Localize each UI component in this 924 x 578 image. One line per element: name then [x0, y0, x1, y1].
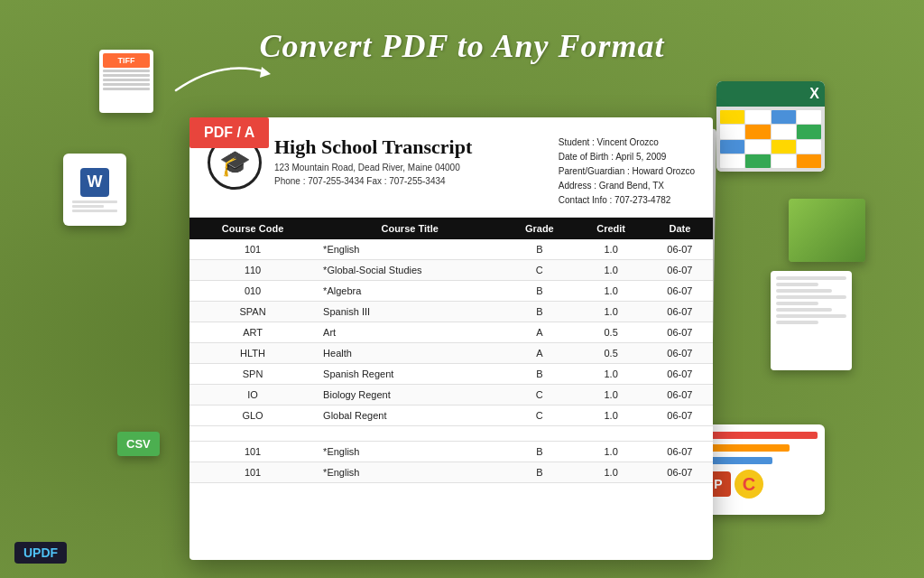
- pdf-a-badge: PDF / A: [189, 117, 269, 148]
- table-row: 101*EnglishB1.006-07: [189, 462, 713, 483]
- table-row: 110*Global-Social StudiesC1.006-07: [189, 260, 713, 281]
- table-cell-8-0: GLO: [189, 406, 316, 426]
- table-cell-2-1: *Algebra: [316, 281, 504, 302]
- table-cell-6-1: Spanish Regent: [316, 364, 504, 385]
- table-cell-2-3: 1.0: [575, 281, 646, 302]
- table-bottom-cell-1-4: 06-07: [647, 462, 713, 483]
- document-phone: Phone : 707-255-3434 Fax : 707-255-3434: [274, 176, 472, 186]
- word-icon-decoration: W: [63, 154, 126, 226]
- table-bottom-cell-1-3: 1.0: [575, 462, 646, 483]
- table-cell-3-3: 1.0: [575, 302, 646, 322]
- table-bottom-cell-1-1: *English: [316, 462, 504, 483]
- table-cell-1-4: 06-07: [647, 260, 713, 281]
- table-cell-2-2: B: [504, 281, 575, 302]
- student-name: Student : Vincent Orozco: [559, 135, 695, 150]
- table-row: 010*AlgebraB1.006-07: [189, 281, 713, 302]
- table-cell-5-4: 06-07: [647, 343, 713, 364]
- table-cell-7-3: 1.0: [575, 385, 646, 406]
- table-cell-8-4: 06-07: [647, 406, 713, 426]
- document-title-block: High School Transcript 123 Mountain Road…: [274, 135, 472, 186]
- table-row: SPANSpanish IIIB1.006-07: [189, 302, 713, 322]
- table-cell-0-2: B: [504, 239, 575, 260]
- col-grade: Grade: [504, 218, 575, 239]
- table-cell-7-4: 06-07: [647, 385, 713, 406]
- col-credit: Credit: [575, 218, 646, 239]
- ppt-icon-decoration: P C: [698, 424, 825, 515]
- table-cell-0-3: 1.0: [575, 239, 646, 260]
- table-header-row: Course Code Course Title Grade Credit Da…: [189, 218, 713, 239]
- ppt-c-icon: C: [735, 470, 763, 499]
- table-cell-0-0: 101: [189, 239, 316, 260]
- table-cell-5-0: HLTH: [189, 343, 316, 364]
- table-cell-6-4: 06-07: [647, 364, 713, 385]
- table-cell-8-3: 1.0: [575, 406, 646, 426]
- table-cell-4-4: 06-07: [647, 322, 713, 343]
- csv-badge: CSV: [117, 432, 160, 456]
- table-cell-7-0: IO: [189, 385, 316, 406]
- table-cell-6-3: 1.0: [575, 364, 646, 385]
- table-cell-2-4: 06-07: [647, 281, 713, 302]
- table-cell-3-0: SPAN: [189, 302, 316, 322]
- pdf-document: 🎓 High School Transcript 123 Mountain Ro…: [189, 117, 713, 560]
- col-date: Date: [647, 218, 713, 239]
- table-cell-3-2: B: [504, 302, 575, 322]
- table-cell-3-1: Spanish III: [316, 302, 504, 322]
- table-bottom-cell-0-1: *English: [316, 442, 504, 462]
- table-cell-7-2: C: [504, 385, 575, 406]
- table-cell-0-1: *English: [316, 239, 504, 260]
- updf-logo: UPDF: [14, 542, 67, 564]
- table-cell-4-1: Art: [316, 322, 504, 343]
- table-gap-row: [189, 426, 713, 442]
- table-cell-4-2: A: [504, 322, 575, 343]
- doc-decoration: [771, 271, 852, 370]
- table-cell-5-3: 0.5: [575, 343, 646, 364]
- table-cell-3-4: 06-07: [647, 302, 713, 322]
- table-cell-6-2: B: [504, 364, 575, 385]
- table-cell-1-2: C: [504, 260, 575, 281]
- svg-marker-0: [260, 67, 271, 78]
- document-address: 123 Mountain Road, Dead River, Maine 040…: [274, 163, 472, 172]
- table-row: 101*EnglishB1.006-07: [189, 239, 713, 260]
- student-info: Student : Vincent Orozco Date of Birth :…: [559, 135, 695, 208]
- table-bottom-cell-0-0: 101: [189, 442, 316, 462]
- table-bottom-cell-0-3: 1.0: [575, 442, 646, 462]
- table-bottom-cell-0-4: 06-07: [647, 442, 713, 462]
- col-course-code: Course Code: [189, 218, 316, 239]
- table-row: HLTHHealthA0.506-07: [189, 343, 713, 364]
- table-cell-8-1: Global Regent: [316, 406, 504, 426]
- table-cell-0-4: 06-07: [647, 239, 713, 260]
- table-row: SPNSpanish RegentB1.006-07: [189, 364, 713, 385]
- table-row: 101*EnglishB1.006-07: [189, 442, 713, 462]
- col-course-title: Course Title: [316, 218, 504, 239]
- tiff-decoration: TIFF: [99, 50, 153, 113]
- table-cell-4-3: 0.5: [575, 322, 646, 343]
- student-address: Address : Grand Bend, TX: [559, 179, 695, 193]
- student-contact: Contact Info : 707-273-4782: [559, 193, 695, 208]
- table-row: IOBiology RegentC1.006-07: [189, 385, 713, 406]
- excel-icon-decoration: X: [716, 81, 825, 172]
- table-bottom-cell-1-0: 101: [189, 462, 316, 483]
- table-cell-2-0: 010: [189, 281, 316, 302]
- table-row: GLOGlobal RegentC1.006-07: [189, 406, 713, 426]
- table-cell-5-2: A: [504, 343, 575, 364]
- table-cell-1-0: 110: [189, 260, 316, 281]
- student-parent: Parent/Guardian : Howard Orozco: [559, 164, 695, 179]
- word-icon: W: [80, 168, 109, 197]
- table-cell-5-1: Health: [316, 343, 504, 364]
- table-cell-7-1: Biology Regent: [316, 385, 504, 406]
- table-cell-4-0: ART: [189, 322, 316, 343]
- table-bottom-cell-0-2: B: [504, 442, 575, 462]
- document-title: High School Transcript: [274, 135, 472, 159]
- table-cell-1-3: 1.0: [575, 260, 646, 281]
- table-cell-8-2: C: [504, 406, 575, 426]
- transcript-table: Course Code Course Title Grade Credit Da…: [189, 218, 713, 483]
- excel-x-icon: X: [809, 86, 819, 102]
- student-dob: Date of Birth : April 5, 2009: [559, 150, 695, 164]
- table-cell-1-1: *Global-Social Studies: [316, 260, 504, 281]
- table-bottom-cell-1-2: B: [504, 462, 575, 483]
- table-row: ARTArtA0.506-07: [189, 322, 713, 343]
- arrow-decoration: [167, 54, 275, 99]
- table-cell-6-0: SPN: [189, 364, 316, 385]
- image-decoration: [789, 199, 865, 262]
- updf-label: UPDF: [14, 542, 67, 564]
